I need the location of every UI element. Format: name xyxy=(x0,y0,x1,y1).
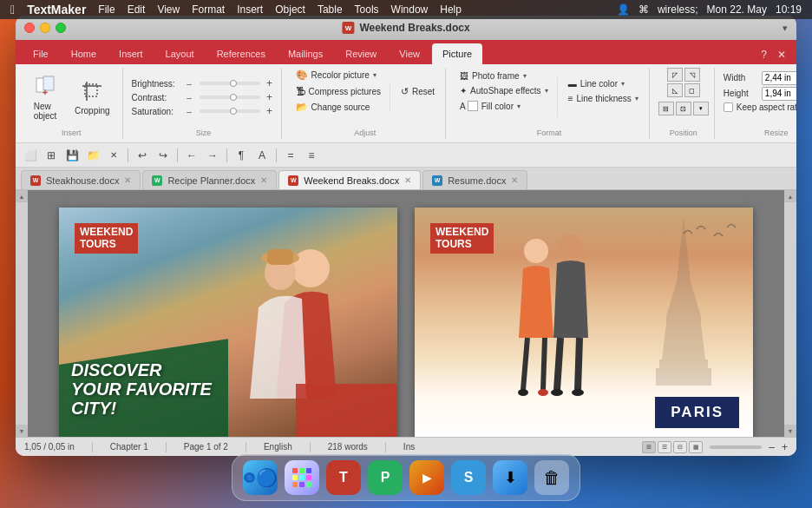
trash-dock-icon[interactable]: 🗑 xyxy=(534,460,569,495)
fill-color-dropdown[interactable]: ▾ xyxy=(517,102,521,110)
align-btn[interactable]: = xyxy=(281,147,300,164)
apple-menu[interactable]:  xyxy=(10,3,15,16)
pos-dropdown[interactable]: ▾ xyxy=(693,102,709,115)
keep-aspect-checkbox[interactable] xyxy=(724,102,733,112)
table-menu[interactable]: Table xyxy=(318,3,343,16)
pos-btn1[interactable]: ⊟ xyxy=(658,102,674,115)
document-scroll-area[interactable]: WEEKEND TOURS DISCOVER YOUR FAVORITE CIT… xyxy=(28,190,784,437)
zoom-slider[interactable] xyxy=(710,445,762,449)
contrast-plus[interactable]: + xyxy=(264,91,276,103)
weekend-close[interactable]: ✕ xyxy=(404,175,411,185)
tab-picture[interactable]: Picture xyxy=(432,43,482,64)
width-input[interactable] xyxy=(762,71,796,85)
list-btn[interactable]: ≡ xyxy=(302,147,321,164)
app-name[interactable]: TextMaker xyxy=(27,3,86,16)
autoshape-effects-button[interactable]: ✦ AutoShape effects ▾ xyxy=(455,84,553,97)
scroll-right-up[interactable]: ▲ xyxy=(784,190,796,202)
pos-bl[interactable]: ◺ xyxy=(667,83,683,97)
pos-br[interactable]: ◻ xyxy=(684,83,700,97)
downloads-dock-icon[interactable]: ⬇ xyxy=(493,460,527,495)
view-menu[interactable]: View xyxy=(157,3,180,16)
brightness-plus[interactable]: + xyxy=(264,77,276,89)
scroll-left-down[interactable]: ▼ xyxy=(16,425,28,437)
launchpad-icon[interactable] xyxy=(285,460,319,495)
forward-btn[interactable]: → xyxy=(203,147,222,164)
change-source-button[interactable]: 📂 Change source xyxy=(291,100,386,115)
back-btn[interactable]: ← xyxy=(182,147,201,164)
tab-references[interactable]: References xyxy=(206,43,276,64)
saturation-plus[interactable]: + xyxy=(264,105,276,117)
line-thickness-button[interactable]: ≡ Line thickness ▾ xyxy=(563,92,644,105)
autoshape-dropdown[interactable]: ▾ xyxy=(545,87,548,95)
save-btn[interactable]: 💾 xyxy=(62,147,82,164)
open-btn[interactable]: ⊞ xyxy=(42,147,61,164)
saturation-thumb[interactable] xyxy=(230,108,237,115)
format-menu[interactable]: Format xyxy=(192,3,225,16)
steakhouse-close[interactable]: ✕ xyxy=(124,175,131,185)
tab-view[interactable]: View xyxy=(389,43,430,64)
reset-button[interactable]: ↺ Reset xyxy=(396,84,440,99)
tab-layout[interactable]: Layout xyxy=(155,43,205,64)
tab-home[interactable]: Home xyxy=(61,43,107,64)
textmaker-dock-icon[interactable]: T xyxy=(326,460,361,495)
tab-recipe[interactable]: W Recipe Planner.docx ✕ xyxy=(142,170,277,189)
presentations-dock-icon[interactable]: ▶ xyxy=(409,460,444,495)
edit-menu[interactable]: Edit xyxy=(128,3,146,16)
photo-frame-dropdown[interactable]: ▾ xyxy=(523,72,527,80)
contrast-slider[interactable] xyxy=(200,96,260,99)
zoom-plus[interactable]: + xyxy=(782,441,788,453)
brightness-slider[interactable] xyxy=(200,82,260,85)
tab-weekend-breaks[interactable]: W Weekend Breaks.docx ✕ xyxy=(278,170,421,189)
undo-btn[interactable]: ↩ xyxy=(133,147,152,164)
finder-icon[interactable]: 🔵 🔵 xyxy=(243,460,278,495)
line-color-dropdown[interactable]: ▾ xyxy=(621,80,625,88)
view-page-btn[interactable]: ⊞ xyxy=(642,441,656,453)
redo-btn[interactable]: ↪ xyxy=(154,147,173,164)
softmaker-dock-icon[interactable]: S xyxy=(451,460,486,495)
pos-tl[interactable]: ◸ xyxy=(667,68,683,82)
new-doc-btn[interactable]: ⬜ xyxy=(21,147,40,164)
font-btn[interactable]: A xyxy=(252,147,272,164)
help-button[interactable]: ? xyxy=(754,45,774,64)
maximize-button[interactable] xyxy=(56,23,66,33)
recipe-close[interactable]: ✕ xyxy=(260,175,267,185)
insert-menu[interactable]: Insert xyxy=(237,3,263,16)
scroll-right-down[interactable]: ▼ xyxy=(784,425,796,437)
open-file-btn[interactable]: 📁 xyxy=(83,147,102,164)
help-menu[interactable]: Help xyxy=(440,3,462,16)
cropping-button[interactable]: Cropping xyxy=(68,76,117,119)
zoom-minus[interactable]: – xyxy=(769,441,775,453)
planmaker-dock-icon[interactable]: P xyxy=(368,460,403,495)
view-master-btn[interactable]: ▦ xyxy=(689,441,703,453)
view-web-btn[interactable]: ⊟ xyxy=(673,441,687,453)
brightness-thumb[interactable] xyxy=(230,80,237,87)
scroll-left-up[interactable]: ▲ xyxy=(16,190,28,202)
tab-review[interactable]: Review xyxy=(335,43,387,64)
recolor-picture-button[interactable]: 🎨 Recolor picture ▾ xyxy=(291,68,386,82)
tab-resume[interactable]: W Resume.docx ✕ xyxy=(422,170,527,189)
file-menu[interactable]: File xyxy=(98,3,115,16)
new-object-button[interactable]: + Newobject xyxy=(26,71,64,124)
pos-btn2[interactable]: ⊡ xyxy=(676,102,691,115)
tools-menu[interactable]: Tools xyxy=(355,3,379,16)
tab-insert[interactable]: Insert xyxy=(108,43,154,64)
tab-steakhouse[interactable]: W Steakhouse.docx ✕ xyxy=(21,170,141,189)
pos-tr[interactable]: ◹ xyxy=(684,68,700,82)
compress-pictures-button[interactable]: 🗜 Compress pictures xyxy=(291,84,386,98)
paragraph-btn[interactable]: ¶ xyxy=(232,147,251,164)
recolor-dropdown[interactable]: ▾ xyxy=(373,71,377,79)
window-close-btn[interactable]: ✕ xyxy=(774,45,789,64)
window-menu[interactable]: Window xyxy=(391,3,429,16)
line-thickness-dropdown[interactable]: ▾ xyxy=(635,95,638,102)
line-color-button[interactable]: ▬ Line color ▾ xyxy=(563,77,644,90)
tab-file[interactable]: File xyxy=(23,43,59,64)
resume-close[interactable]: ✕ xyxy=(511,175,518,185)
saturation-slider[interactable] xyxy=(200,109,260,113)
view-outline-btn[interactable]: ☰ xyxy=(658,441,671,453)
tab-mailings[interactable]: Mailings xyxy=(278,43,333,64)
height-input[interactable] xyxy=(762,87,796,101)
minimize-button[interactable] xyxy=(40,23,50,33)
object-menu[interactable]: Object xyxy=(275,3,305,16)
contrast-thumb[interactable] xyxy=(230,94,237,101)
close-doc-btn[interactable]: ✕ xyxy=(104,147,123,164)
